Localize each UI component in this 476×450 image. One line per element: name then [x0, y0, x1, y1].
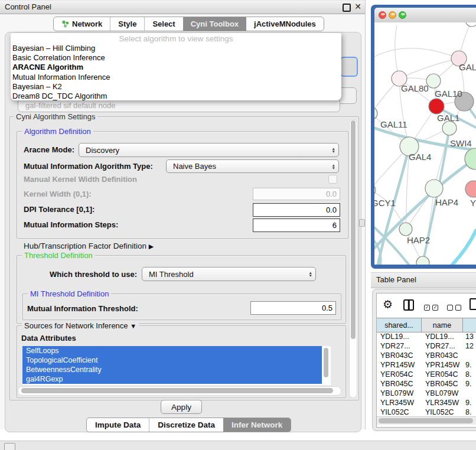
table-row[interactable]: YLR345WYLR345W9. [377, 398, 476, 407]
minimize-traffic-light[interactable] [389, 11, 396, 19]
splitter-handle[interactable] [359, 219, 365, 227]
tab-infer-network[interactable]: Infer Network [223, 418, 291, 432]
close-icon[interactable]: ✕ [354, 2, 361, 11]
tab-select-label: Select [152, 19, 175, 28]
collapse-down-icon[interactable]: ▼ [130, 322, 136, 330]
table-panel-titlebar: Table Panel [371, 272, 476, 288]
algorithm-option[interactable]: Mutual Information Inference [11, 73, 341, 82]
attribute-list-hscrollbar-thumb[interactable] [21, 388, 333, 393]
table-row[interactable]: YBL079WYBL079W [377, 389, 476, 398]
table-row[interactable]: YDL19...YDL19...13 [377, 332, 476, 341]
attribute-item[interactable]: SelfLoops [22, 346, 322, 356]
manual-kernel-label: Manual Kernel Width Definition [24, 175, 137, 184]
kernel-width-label: Kernel Width (0,1): [24, 190, 92, 198]
node-label-gal: GAL [459, 62, 476, 72]
apply-button[interactable]: Apply [161, 400, 202, 414]
node-label-gcy1: GCY1 [374, 198, 396, 208]
settings-group-title: Cyni Algorithm Settings [14, 112, 97, 121]
node-label-gal11: GAL11 [380, 119, 407, 129]
combo-arrows-icon: ▲▼ [332, 147, 335, 153]
bottom-tabbar: Impute Data Discretize Data Infer Networ… [86, 418, 291, 432]
attribute-item[interactable]: BetweennessCentrality [22, 365, 322, 374]
settings-scrollbar-thumb[interactable] [351, 120, 356, 339]
zoom-traffic-light[interactable] [399, 11, 406, 19]
table-hscrollbar-thumb[interactable] [379, 418, 473, 423]
columns-icon[interactable] [403, 299, 414, 311]
data-attributes-label: Data Attributes [21, 334, 76, 343]
aracne-mode-value: Discovery [86, 146, 119, 155]
file-icon[interactable] [470, 298, 476, 310]
tab-impute-data[interactable]: Impute Data [87, 418, 149, 432]
tab-discretize-data-label: Discretize Data [158, 420, 215, 429]
kernel-width-field[interactable] [253, 188, 340, 200]
mi-type-label: Mutual Information Algorithm Type: [24, 162, 153, 171]
tab-infer-network-label: Infer Network [232, 420, 282, 429]
tab-jactivemnodules[interactable]: jActiveMNodules [246, 17, 324, 31]
close-traffic-light[interactable] [379, 11, 386, 19]
combo-arrows-icon: ▲▼ [332, 164, 335, 169]
algorithm-definition-title: Algorithm Definition [22, 127, 93, 136]
dock-panel-button[interactable] [4, 443, 15, 450]
network-canvas[interactable]: GALGAL80GAL10GAL1GAL11SWI4GAL4GCY1HAP4YH… [374, 22, 476, 265]
table-row[interactable]: YPR145WYPR145W9. [377, 360, 476, 370]
algorithm-option[interactable]: Bayesian – K2 [11, 82, 341, 92]
attribute-list-scrollbar[interactable] [322, 347, 330, 384]
tab-impute-data-label: Impute Data [95, 420, 141, 429]
mi-type-combo[interactable]: Naive Bayes ▲▼ [166, 159, 339, 173]
tab-jactivemnodules-label: jActiveMNodules [254, 19, 316, 28]
tab-style[interactable]: Style [110, 17, 144, 31]
tab-cyni-toolbox[interactable]: Cyni Toolbox [183, 17, 246, 31]
algorithm-option[interactable]: Basic Correlation Inference [11, 53, 341, 63]
expand-right-icon[interactable]: ▶ [149, 243, 154, 250]
hub-definition-toggle[interactable]: Hub/Transcription Factor Definition ▶ [24, 242, 154, 250]
sources-title-text: Sources for Network Inference [24, 321, 128, 330]
table-panel-title: Table Panel [376, 275, 416, 284]
tab-network[interactable]: Network [54, 17, 110, 31]
node-label-swi4: SWI4 [450, 138, 472, 148]
table-row[interactable]: YIL052CYIL052C8. [377, 407, 476, 416]
mi-steps-field[interactable] [253, 219, 340, 232]
hub-definition-label: Hub/Transcription Factor Definition [24, 242, 146, 250]
mi-threshold-field[interactable] [250, 301, 336, 315]
table-row[interactable]: YBR045CYBR045C9. [377, 379, 476, 389]
control-panel-tabbar: Network Style Select Cyni Toolbox jActiv… [53, 17, 324, 31]
column-header-partial[interactable]: A [463, 318, 476, 332]
checked-pair-icon[interactable]: ✓✓ [424, 302, 441, 312]
attribute-item[interactable]: TopologicalCoefficient [22, 356, 322, 365]
table-row[interactable]: YDR27...YDR27...12 [377, 341, 476, 351]
which-threshold-combo[interactable]: MI Threshold ▲▼ [142, 267, 316, 281]
table-hscrollbar[interactable] [377, 416, 476, 425]
tab-discretize-data[interactable]: Discretize Data [149, 418, 223, 432]
algorithm-option[interactable]: Dream8 DC_TDC Algorithm [11, 92, 341, 101]
tab-select[interactable]: Select [144, 17, 182, 31]
float-window-icon[interactable] [343, 4, 351, 12]
mi-type-value: Naive Bayes [173, 162, 216, 171]
unchecked-pair-icon[interactable] [447, 302, 464, 312]
dpi-tolerance-field[interactable] [253, 203, 340, 217]
which-threshold-label: Which threshold to use: [50, 270, 137, 279]
control-panel-title: Control Panel [5, 2, 51, 11]
algorithm-option[interactable]: Bayesian – Hill Climbing [11, 44, 341, 53]
combo-arrows-icon: ▲▼ [309, 271, 312, 277]
table-body: YDL19...YDL19...13 YDR27...YDR27...12 YB… [377, 332, 476, 416]
table-row[interactable]: YER054CYER054C8. [377, 370, 476, 379]
column-header-shared-name[interactable]: shared... [377, 318, 422, 332]
attribute-list-hscrollbar[interactable] [18, 386, 341, 396]
gear-icon[interactable]: ⚙ [383, 298, 393, 311]
control-panel-titlebar: Control Panel ✕ [0, 0, 365, 14]
mi-threshold-group-title: MI Threshold Definition [28, 289, 111, 298]
node-label-gal4: GAL4 [409, 152, 431, 162]
attribute-item[interactable]: gal4RGexp [22, 374, 322, 384]
sources-group-title: Sources for Network Inference ▼ [22, 321, 139, 330]
aracne-mode-combo[interactable]: Discovery ▲▼ [79, 143, 339, 157]
control-panel-window: Control Panel ✕ Network Style Select Cyn… [0, 0, 366, 429]
aracne-mode-label: Aracne Mode: [24, 145, 74, 154]
table-row[interactable]: YBR043CYBR043C [377, 351, 476, 360]
column-header-name[interactable]: name [422, 318, 463, 332]
table-header: shared... name A [377, 318, 476, 332]
manual-kernel-checkbox[interactable] [328, 175, 337, 184]
algorithm-option-selected[interactable]: ARACNE Algorithm [11, 63, 341, 72]
attribute-list-scrollbar-thumb[interactable] [324, 348, 328, 377]
settings-scrollbar[interactable] [349, 119, 357, 398]
node-label-gal80: GAL80 [401, 83, 429, 93]
